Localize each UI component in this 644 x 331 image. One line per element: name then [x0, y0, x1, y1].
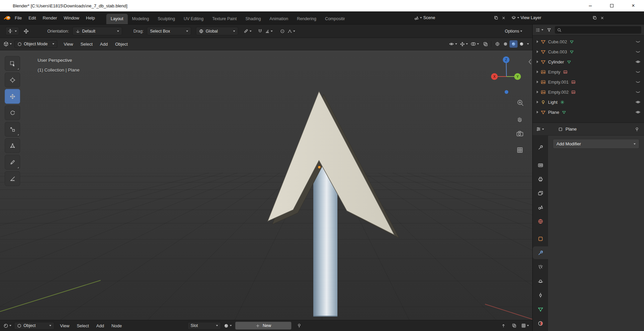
tab-rendering[interactable]: Rendering: [292, 14, 321, 24]
blender-logo-icon[interactable]: [3, 15, 11, 21]
expand-arrow-icon[interactable]: [537, 91, 538, 93]
object-name[interactable]: Cylinder: [548, 59, 564, 64]
properties-tab-tool[interactable]: [533, 141, 548, 154]
object-name[interactable]: Plane: [548, 110, 559, 115]
object-name[interactable]: Empty.002: [548, 90, 569, 95]
outliner-row-plane[interactable]: Plane: [533, 107, 644, 117]
properties-tab-particles[interactable]: [533, 261, 548, 273]
outliner-row-empty[interactable]: Empty: [533, 67, 644, 77]
properties-tab-render[interactable]: [533, 158, 548, 171]
properties-tab-scene[interactable]: [533, 201, 548, 214]
parent-node-tree-button[interactable]: [500, 322, 507, 329]
viewport-menu-view[interactable]: View: [60, 40, 77, 48]
drag-dropdown[interactable]: Select Box: [147, 27, 191, 35]
viewport-canvas[interactable]: Z X Y: [0, 38, 532, 320]
properties-tab-constraints[interactable]: [533, 289, 548, 301]
outliner-search-input[interactable]: [563, 28, 639, 32]
shading-solid-button[interactable]: [501, 40, 509, 48]
tab-layout[interactable]: Layout: [106, 14, 128, 24]
transform-space-dropdown[interactable]: Global: [196, 27, 238, 35]
shading-rendered-button[interactable]: [518, 40, 526, 48]
options-dropdown[interactable]: Options: [505, 28, 522, 35]
shader-menu-view[interactable]: View: [56, 322, 73, 330]
slot-dropdown[interactable]: Slot: [187, 322, 221, 330]
xray-toggle[interactable]: [482, 40, 489, 48]
menu-file[interactable]: File: [11, 14, 25, 22]
view-layer-remove-button[interactable]: [598, 14, 606, 21]
properties-tab-output[interactable]: [533, 173, 548, 185]
expand-arrow-icon[interactable]: [537, 50, 538, 53]
viewport-menu-select[interactable]: Select: [77, 40, 96, 48]
transform-pivot-button[interactable]: [244, 28, 252, 35]
tool-measure[interactable]: [5, 171, 20, 186]
object-name[interactable]: Light: [548, 100, 557, 105]
outliner-filter-button[interactable]: [545, 26, 553, 34]
tab-texture-paint[interactable]: Texture Paint: [208, 14, 241, 24]
expand-arrow-icon[interactable]: [537, 101, 538, 103]
properties-tab-object[interactable]: [533, 232, 548, 245]
view-layer-browse-button[interactable]: [511, 14, 519, 21]
orientation-dropdown[interactable]: Default: [72, 27, 122, 35]
tool-select-box[interactable]: [5, 56, 20, 71]
sidebar-collapse-arrow[interactable]: [529, 59, 531, 64]
properties-editor-type-dropdown[interactable]: [536, 126, 544, 133]
shader-menu-select[interactable]: Select: [73, 322, 93, 330]
proportional-falloff-dropdown[interactable]: [287, 28, 295, 35]
tool-annotate[interactable]: [5, 155, 20, 170]
object-name[interactable]: Cube.002: [548, 39, 567, 44]
visibility-toggle[interactable]: [635, 39, 641, 44]
visibility-toggle[interactable]: [635, 89, 641, 95]
add-modifier-dropdown[interactable]: Add Modifier: [553, 139, 639, 149]
snap-toggle-button[interactable]: [256, 28, 264, 35]
tool-rotate[interactable]: [5, 105, 20, 120]
3d-viewport[interactable]: Z X Y: [0, 38, 532, 320]
pan-hand-icon[interactable]: [518, 117, 521, 122]
outliner-editor-type-dropdown[interactable]: [535, 26, 543, 34]
shading-options-chevron[interactable]: [527, 43, 529, 45]
visibility-toggle[interactable]: [635, 49, 641, 54]
view-layer-copy-button[interactable]: [591, 14, 598, 21]
outliner-row-cylinder[interactable]: Cylinder: [533, 57, 644, 67]
outliner-row-light[interactable]: Light: [533, 97, 644, 107]
menu-help[interactable]: Help: [83, 14, 98, 22]
navigation-gizmo[interactable]: Z X Y: [491, 56, 521, 94]
pin-button[interactable]: [296, 322, 303, 329]
object-name[interactable]: Empty: [548, 69, 560, 75]
visibility-toggle[interactable]: [635, 99, 641, 105]
visibility-toggle[interactable]: [635, 79, 641, 85]
editor-type-dropdown[interactable]: [3, 40, 12, 48]
shader-type-dropdown[interactable]: Object: [14, 322, 54, 330]
tab-shading[interactable]: Shading: [241, 14, 265, 24]
outliner-row-cube-003[interactable]: Cube.003: [533, 47, 644, 57]
tab-modeling[interactable]: Modeling: [128, 14, 154, 24]
new-material-button[interactable]: New: [235, 322, 291, 330]
close-button[interactable]: ×: [623, 0, 644, 11]
view-layer-name[interactable]: View Layer: [519, 15, 591, 20]
outliner-row-cube-002[interactable]: Cube.002: [533, 37, 644, 47]
shading-wireframe-button[interactable]: [493, 40, 501, 48]
camera-view-icon[interactable]: [517, 131, 523, 136]
snap-grid-dropdown[interactable]: [521, 322, 529, 329]
proportional-editing-toggle[interactable]: [279, 28, 286, 35]
object-name[interactable]: Cube.003: [548, 49, 567, 54]
menu-window[interactable]: Window: [60, 14, 83, 22]
viewport-menu-object[interactable]: Object: [111, 40, 131, 48]
tool-move[interactable]: [5, 89, 20, 104]
mode-dropdown[interactable]: Object Mode: [14, 40, 57, 48]
shading-material-preview-button[interactable]: [509, 40, 518, 48]
visibility-toggle[interactable]: [635, 109, 641, 115]
visibility-toggle[interactable]: [635, 69, 641, 75]
gizmos-dropdown[interactable]: [460, 40, 468, 48]
shader-menu-add[interactable]: Add: [93, 322, 108, 330]
object-name[interactable]: Empty.001: [548, 80, 569, 85]
expand-arrow-icon[interactable]: [537, 40, 538, 43]
tool-transform[interactable]: [5, 138, 20, 153]
shader-menu-node[interactable]: Node: [108, 322, 125, 330]
tab-uv-editing[interactable]: UV Editing: [179, 14, 208, 24]
properties-tab-object-data[interactable]: [533, 303, 548, 316]
properties-pin-button[interactable]: [633, 126, 641, 133]
snapping-toggle-button[interactable]: [511, 322, 518, 329]
tab-sculpting[interactable]: Sculpting: [153, 14, 179, 24]
outliner-row-empty-001[interactable]: Empty.001: [533, 77, 644, 87]
tab-compositing[interactable]: Compositing: [321, 14, 345, 24]
